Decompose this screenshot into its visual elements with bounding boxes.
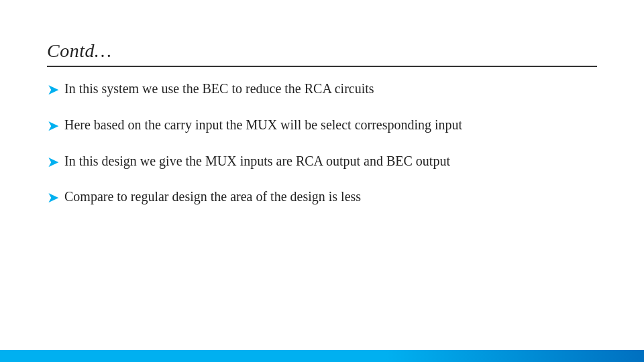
- bullet-arrow-2: ➤: [47, 116, 59, 137]
- list-item: ➤ In this system we use the BEC to reduc…: [47, 79, 597, 101]
- bullet-text-4: Compare to regular design the area of th…: [64, 187, 361, 206]
- bullet-arrow-1: ➤: [47, 80, 59, 101]
- bottom-bar: [0, 350, 644, 362]
- bullet-arrow-3: ➤: [47, 152, 59, 173]
- bullet-arrow-4: ➤: [47, 188, 59, 208]
- bullet-text-3: In this design we give the MUX inputs ar…: [64, 152, 450, 170]
- list-item: ➤ Here based on the carry input the MUX …: [47, 115, 597, 137]
- slide-container: Contd… ➤ In this system we use the BEC t…: [0, 0, 644, 362]
- slide-title: Contd…: [47, 40, 597, 62]
- list-item: ➤ In this design we give the MUX inputs …: [47, 152, 597, 173]
- bullet-text-1: In this system we use the BEC to reduce …: [64, 79, 374, 98]
- title-section: Contd…: [47, 40, 597, 67]
- content-area: Contd… ➤ In this system we use the BEC t…: [0, 0, 644, 362]
- bullet-list: ➤ In this system we use the BEC to reduc…: [47, 79, 597, 208]
- bullet-text-2: Here based on the carry input the MUX wi…: [64, 115, 462, 134]
- list-item: ➤ Compare to regular design the area of …: [47, 187, 597, 208]
